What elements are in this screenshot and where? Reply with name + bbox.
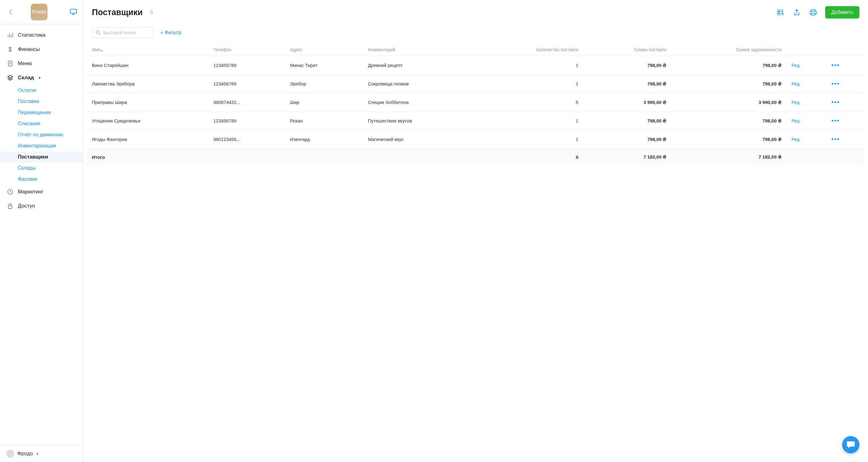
subnav-item-inventory[interactable]: Инвентаризации — [18, 140, 83, 151]
col-comment[interactable]: Комментарий — [363, 44, 475, 56]
total-sum: 7 182,00 ₴ — [583, 149, 671, 166]
subnav-item-supplies[interactable]: Поставки — [18, 96, 83, 107]
more-button[interactable]: ••• — [831, 99, 840, 106]
cell-comment: Специи Хоббитона — [363, 93, 475, 112]
cell-name: Угощения Средиземья — [87, 112, 208, 130]
cell-sum: 798,00 ₴ — [583, 75, 671, 93]
add-button[interactable]: Добавить — [825, 6, 859, 19]
cell-sum: 798,00 ₴ — [583, 130, 671, 149]
search-box[interactable] — [92, 27, 154, 38]
nav-label: Финансы — [18, 46, 40, 52]
total-row: Итого 9 7 182,00 ₴ 7 182,00 ₴ — [87, 149, 864, 166]
col-sum[interactable]: Сумма поставок — [583, 44, 671, 56]
nav-label: Склад — [18, 75, 34, 81]
user-menu[interactable]: Фродо ▾ — [0, 445, 83, 462]
nav-item-marketing[interactable]: Маркетинг — [0, 185, 83, 199]
subnav-item-stock[interactable]: Остатки — [18, 85, 83, 96]
cell-sum: 3 990,00 ₴ — [583, 93, 671, 112]
cell-debt: 798,00 ₴ — [671, 130, 786, 149]
more-button[interactable]: ••• — [831, 62, 840, 68]
subnav-item-writeoffs[interactable]: Списания — [18, 118, 83, 129]
subnav-item-packing[interactable]: Фасовки — [18, 174, 83, 185]
page-title: Поставщики — [92, 8, 143, 17]
nav-item-warehouse[interactable]: Склад ▾ — [0, 70, 83, 85]
user-name: Фродо — [17, 451, 33, 457]
filter-button[interactable]: + Фильтр — [160, 30, 181, 35]
table-row[interactable]: Угощения Средиземья 123456789 Рохан Путе… — [87, 112, 864, 130]
document-icon — [7, 60, 13, 67]
subnav-item-transfers[interactable]: Перемещения — [18, 107, 83, 118]
search-icon — [96, 30, 101, 35]
more-button[interactable]: ••• — [831, 136, 840, 143]
sidebar-header: Poster — [0, 0, 83, 24]
clock-icon — [7, 189, 13, 195]
logo[interactable]: Poster — [31, 4, 48, 20]
table-row[interactable]: Ягоды Фангорна 380123456... Изенгард Маг… — [87, 130, 864, 149]
export-icon — [794, 9, 800, 16]
cell-debt: 3 990,00 ₴ — [671, 93, 786, 112]
cell-address: Рохан — [285, 112, 363, 130]
chevron-left-icon — [9, 9, 12, 15]
edit-link[interactable]: Ред. — [792, 63, 801, 68]
back-button[interactable] — [6, 8, 15, 16]
cell-phone: 123456789 — [208, 75, 285, 93]
topbar-actions: Добавить — [776, 6, 859, 19]
cell-debt: 798,00 ₴ — [671, 75, 786, 93]
columns-button[interactable] — [776, 8, 785, 16]
cell-comment: Путешествие вкусов — [363, 112, 475, 130]
total-debt: 7 182,00 ₴ — [671, 149, 786, 166]
cell-debt: 798,00 ₴ — [671, 112, 786, 130]
monitor-icon[interactable] — [70, 9, 77, 15]
col-address[interactable]: Адрес — [285, 44, 363, 56]
nav-item-access[interactable]: Доступ — [0, 199, 83, 213]
cell-comment: Сокровища гномов — [363, 75, 475, 93]
total-qty: 9 — [475, 149, 584, 166]
svg-rect-3 — [8, 206, 12, 208]
subnav-item-suppliers[interactable]: Поставщики — [0, 151, 83, 163]
cell-qty: 1 — [475, 130, 584, 149]
bar-chart-icon — [7, 32, 13, 38]
subnav-item-warehouses[interactable]: Склады — [18, 163, 83, 174]
more-button[interactable]: ••• — [831, 117, 840, 124]
chat-fab[interactable] — [842, 436, 859, 453]
cell-name: Приправы Шира — [87, 93, 208, 112]
col-qty[interactable]: Количество поставок — [475, 44, 584, 56]
cell-name: Ягоды Фангорна — [87, 130, 208, 149]
edit-link[interactable]: Ред. — [792, 137, 801, 142]
filter-row: + Фильтр — [83, 25, 868, 44]
avatar — [6, 450, 14, 458]
nav-label: Статистика — [18, 32, 45, 38]
cell-debt: 798,00 ₴ — [671, 56, 786, 75]
nav-item-statistics[interactable]: Статистика — [0, 28, 83, 42]
subnav-item-movement-report[interactable]: Отчёт по движению — [18, 129, 83, 140]
edit-link[interactable]: Ред. — [792, 118, 801, 123]
col-debt[interactable]: Сумма задолженности — [671, 44, 786, 56]
more-button[interactable]: ••• — [831, 80, 840, 87]
search-input[interactable] — [103, 30, 150, 35]
table-row[interactable]: Вино Старейшин 123456789 Минас Тирит Дре… — [87, 56, 864, 75]
nav-item-menu[interactable]: Меню — [0, 56, 83, 70]
lock-icon — [7, 203, 13, 209]
caret-down-icon: ▾ — [39, 76, 40, 80]
cell-address: Шир — [285, 93, 363, 112]
cell-name: Лакомства Эребора — [87, 75, 208, 93]
export-button[interactable] — [793, 8, 801, 17]
cell-phone: 123456789 — [208, 56, 285, 75]
svg-point-5 — [96, 31, 99, 34]
edit-link[interactable]: Ред. — [792, 99, 801, 105]
cell-qty: 1 — [475, 75, 584, 93]
table-row[interactable]: Приправы Шира 380674432... Шир Специи Хо… — [87, 93, 864, 112]
print-button[interactable] — [808, 8, 818, 17]
nav-label: Меню — [18, 60, 32, 67]
subnav-warehouse: Остатки Поставки Перемещения Списания От… — [0, 85, 83, 185]
nav-item-finance[interactable]: Финансы — [0, 42, 83, 56]
list-icon — [777, 9, 784, 15]
col-phone[interactable]: Телефон — [208, 44, 285, 56]
col-name[interactable]: Имя — [87, 44, 208, 56]
edit-link[interactable]: Ред. — [792, 81, 801, 86]
cell-qty: 1 — [475, 112, 584, 130]
nav: Статистика Финансы Меню Склад ▾ — [0, 24, 83, 445]
cell-phone: 123456789 — [208, 112, 285, 130]
table-row[interactable]: Лакомства Эребора 123456789 Эребор Сокро… — [87, 75, 864, 93]
cell-comment: Магический вкус — [363, 130, 475, 149]
